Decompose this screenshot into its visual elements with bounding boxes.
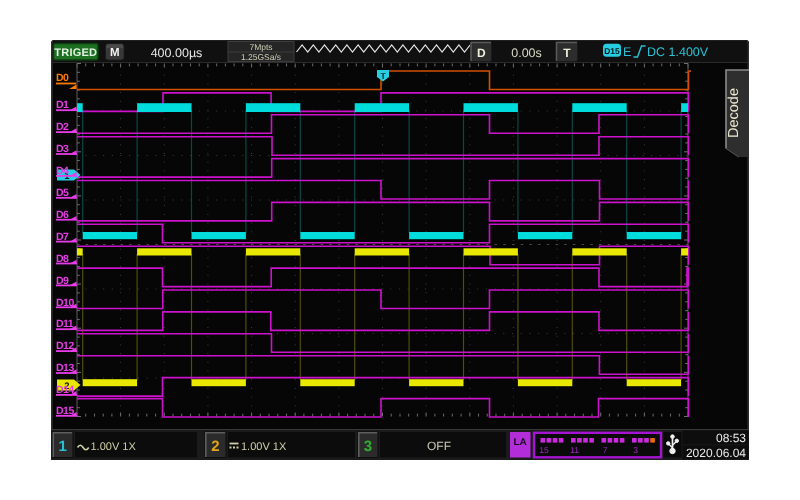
svg-text:D: D bbox=[477, 46, 486, 60]
svg-text:0.00s: 0.00s bbox=[511, 46, 542, 60]
svg-text:2: 2 bbox=[211, 438, 219, 455]
svg-text:T: T bbox=[380, 71, 386, 81]
svg-text:11: 11 bbox=[570, 445, 579, 455]
svg-text:400.00µs: 400.00µs bbox=[151, 46, 203, 60]
svg-text:3: 3 bbox=[633, 445, 638, 455]
svg-text:1: 1 bbox=[59, 438, 67, 455]
svg-text:1.25GSa/s: 1.25GSa/s bbox=[241, 52, 281, 62]
svg-text:TRIGED: TRIGED bbox=[54, 47, 97, 59]
svg-text:2020.06.04: 2020.06.04 bbox=[686, 446, 746, 460]
svg-text:D15: D15 bbox=[604, 46, 620, 56]
svg-text:E: E bbox=[623, 45, 631, 59]
svg-text:M: M bbox=[110, 47, 120, 59]
svg-text:1.00V 1X: 1.00V 1X bbox=[241, 441, 287, 453]
svg-text:7: 7 bbox=[603, 445, 608, 455]
svg-text:DC 1.400V: DC 1.400V bbox=[647, 45, 709, 59]
svg-text:3: 3 bbox=[364, 438, 372, 455]
svg-text:08:53: 08:53 bbox=[716, 431, 746, 445]
svg-text:1.00V 1X: 1.00V 1X bbox=[91, 441, 137, 453]
svg-text:D0: D0 bbox=[56, 72, 69, 84]
svg-text:LA: LA bbox=[514, 437, 527, 448]
svg-text:7Mpts: 7Mpts bbox=[249, 42, 272, 52]
svg-text:Decode: Decode bbox=[726, 88, 742, 138]
svg-text:OFF: OFF bbox=[427, 439, 451, 453]
svg-text:T: T bbox=[563, 46, 571, 60]
svg-text:15: 15 bbox=[539, 445, 549, 455]
